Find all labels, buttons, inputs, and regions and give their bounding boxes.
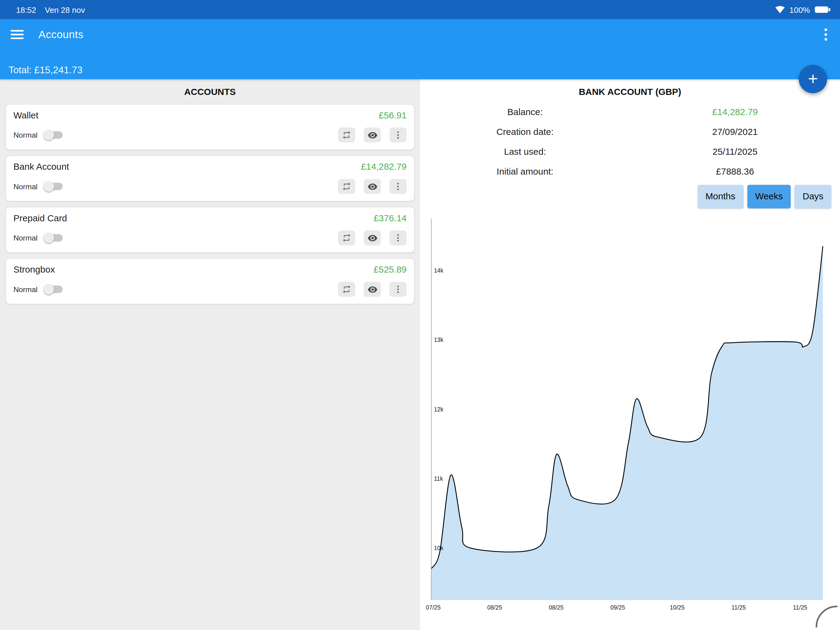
detail-fields: Balance: £14,282.79 Creation date: 27/09… [420,102,840,182]
transfer-icon [342,284,352,294]
account-menu-button[interactable] [390,128,407,142]
battery-percent-text: 100% [789,5,810,14]
transfer-button[interactable] [338,128,355,142]
account-name: Wallet [13,111,38,121]
corner-gesture-indicator [815,605,840,630]
field-label: Creation date: [420,127,630,137]
field-row-balance: Balance: £14,282.79 [420,102,840,122]
y-tick-label: 12k [434,406,444,413]
eye-icon [367,284,377,294]
x-tick-label: 08/25 [488,604,502,611]
account-detail-panel: BANK ACCOUNT (GBP) Balance: £14,282.79 C… [420,79,840,630]
more-vert-icon [393,284,403,294]
x-tick-label: 09/25 [610,604,625,611]
eye-icon [367,181,377,191]
more-vert-icon [393,130,403,140]
more-vert-icon [393,182,403,191]
clock-text: 18:52 [16,5,36,14]
field-label: Last used: [420,147,630,157]
visibility-button[interactable] [364,128,381,142]
y-tick-label: 14k [434,267,444,274]
transfer-button[interactable] [338,231,355,245]
chart-area-fill [431,246,823,600]
account-amount: £56.91 [379,111,407,121]
page-title: Accounts [38,28,83,40]
field-value: 27/09/2021 [630,127,840,137]
range-button-months[interactable]: Months [698,185,744,208]
y-tick-label: 11k [434,475,443,482]
account-toggle[interactable] [44,234,63,242]
x-tick-label: 08/25 [549,604,564,611]
transfer-button[interactable] [338,282,355,297]
account-menu-button[interactable] [390,231,407,245]
y-tick-label: 10k [434,545,444,551]
range-selector: Months Weeks Days [698,185,831,208]
field-label: Initial amount: [420,166,630,177]
x-tick-label: 11/25 [732,604,746,611]
transfer-icon [342,182,352,191]
status-bar: 18:52 Ven 28 nov 100% [0,0,840,19]
wifi-icon [775,6,785,13]
visibility-button[interactable] [364,231,381,245]
transfer-icon [342,233,352,243]
transfer-icon [342,130,352,140]
field-row-initial-amount: Initial amount: £7888.36 [420,162,840,182]
account-toggle[interactable] [44,131,63,139]
screen: 18:52 Ven 28 nov 100% Accounts Total: £1… [0,0,840,630]
more-vert-icon [393,233,403,243]
account-state-label: Normal [13,285,38,294]
menu-icon[interactable] [11,28,24,41]
accounts-panel: ACCOUNTS Wallet £56.91 Normal [0,79,420,630]
visibility-button[interactable] [364,179,381,194]
content: ACCOUNTS Wallet £56.91 Normal [0,79,840,630]
account-name: Bank Account [13,162,69,172]
x-tick-label: 11/25 [793,604,807,611]
plus-icon: + [808,69,818,89]
app-bar: Accounts Total: £15,241.73 [0,19,840,79]
field-row-creation-date: Creation date: 27/09/2021 [420,122,840,142]
eye-icon [367,233,377,243]
account-toggle[interactable] [44,183,63,190]
transfer-button[interactable] [338,179,355,194]
account-amount: £14,282.79 [361,162,407,172]
total-balance-text: Total: £15,241.73 [9,65,82,76]
account-name: Strongbox [13,265,55,275]
battery-icon [815,6,828,13]
field-value: £14,282.79 [630,107,840,117]
field-value: £7888.36 [630,166,840,177]
account-state-label: Normal [13,131,38,139]
accounts-header: ACCOUNTS [0,79,420,104]
account-menu-button[interactable] [390,282,407,297]
field-value: 25/11/2025 [630,147,840,157]
x-tick-label: 07/25 [426,604,441,611]
account-state-label: Normal [13,182,38,191]
account-toggle[interactable] [44,286,63,293]
account-amount: £376.14 [374,213,407,224]
account-name: Prepaid Card [13,213,67,224]
account-amount: £525.89 [374,265,407,275]
account-card-strongbox[interactable]: Strongbox £525.89 Normal [5,258,415,304]
field-label: Balance: [420,107,630,117]
account-card-prepaid-card[interactable]: Prepaid Card £376.14 Normal [5,207,415,253]
date-text: Ven 28 nov [45,5,85,14]
add-account-fab[interactable]: + [799,65,827,93]
balance-chart: 10k11k12k13k14k07/2508/2508/2509/2510/25… [420,214,838,616]
account-card-bank-account[interactable]: Bank Account £14,282.79 Normal [5,155,415,201]
y-tick-label: 13k [434,337,444,343]
overflow-menu-button[interactable] [820,25,831,44]
field-row-last-used: Last used: 25/11/2025 [420,142,840,162]
range-button-days[interactable]: Days [794,185,831,208]
x-tick-label: 10/25 [669,604,684,611]
visibility-button[interactable] [364,282,381,297]
eye-icon [367,130,377,140]
account-menu-button[interactable] [390,179,407,194]
detail-title: BANK ACCOUNT (GBP) [420,79,840,102]
account-state-label: Normal [13,234,38,242]
account-card-wallet[interactable]: Wallet £56.91 Normal [5,104,415,150]
range-button-weeks[interactable]: Weeks [747,185,791,208]
